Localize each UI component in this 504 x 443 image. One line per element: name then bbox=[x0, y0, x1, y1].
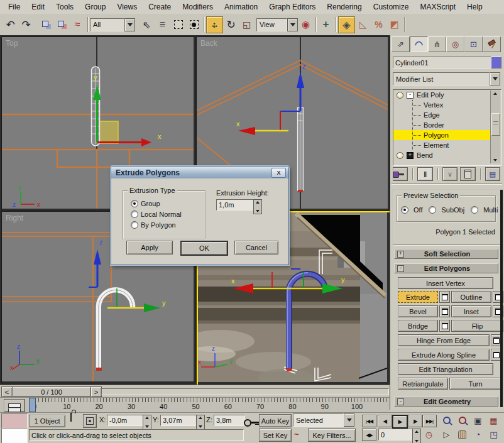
select-object-button[interactable]: ⇖ bbox=[139, 17, 155, 33]
dropdown-arrow-icon[interactable] bbox=[344, 413, 354, 427]
selection-filter-dropdown[interactable]: All bbox=[90, 19, 135, 31]
dropdown-arrow-icon[interactable] bbox=[124, 18, 135, 31]
menu-item-create[interactable]: Create bbox=[143, 1, 177, 13]
menu-item-edit[interactable]: Edit bbox=[26, 1, 50, 13]
show-end-result-button[interactable]: ‖ bbox=[417, 167, 432, 181]
ok-button[interactable]: OK bbox=[180, 241, 228, 256]
selected-objects-count[interactable]: 1 Object bbox=[29, 415, 65, 427]
extrude-button[interactable]: Extrude bbox=[398, 291, 438, 303]
go-to-end-button[interactable]: ▶▶| bbox=[422, 415, 437, 427]
menu-item-graph-editors[interactable]: Graph Editors bbox=[263, 1, 321, 13]
y-coordinate-field[interactable]: 3,07m bbox=[160, 415, 200, 426]
dialog-close-button[interactable]: X bbox=[271, 168, 286, 178]
extrude-along-spline-button[interactable]: Extrude Along Spline bbox=[398, 349, 490, 361]
menu-item-customize[interactable]: Customize bbox=[368, 1, 415, 13]
bridge-settings-button[interactable] bbox=[439, 320, 450, 332]
selection-lock-toggle[interactable] bbox=[70, 413, 72, 421]
spinner-snap-toggle-button[interactable]: ◩ bbox=[386, 17, 402, 33]
set-key-button[interactable]: Set Key bbox=[259, 429, 292, 442]
dropdown-arrow-icon[interactable] bbox=[490, 72, 500, 85]
zoom-extents-button[interactable]: ▣ bbox=[471, 415, 485, 426]
panel-scrollbar[interactable] bbox=[500, 190, 503, 407]
bind-to-space-warp-button[interactable]: ≈ bbox=[70, 17, 85, 33]
pin-stack-button[interactable] bbox=[393, 167, 408, 181]
tab-create[interactable]: ⇗ bbox=[392, 36, 410, 52]
cancel-button[interactable]: Cancel bbox=[234, 241, 278, 254]
select-and-manipulate-button[interactable]: + bbox=[318, 17, 334, 33]
edit-triangulation-button[interactable]: Edit Triangulation bbox=[398, 363, 493, 375]
menu-item-modifiers[interactable]: Modifiers bbox=[177, 1, 219, 13]
bevel-button[interactable]: Bevel bbox=[398, 305, 438, 317]
menu-item-maxscript[interactable]: MAXScript bbox=[414, 1, 461, 13]
tab-display[interactable]: ⊡ bbox=[464, 36, 483, 52]
dialog-title-bar[interactable]: Extrude Polygons X bbox=[111, 167, 288, 178]
hinge-from-edge-button[interactable]: Hinge From Edge bbox=[398, 334, 490, 346]
radio-off[interactable] bbox=[401, 206, 408, 214]
reference-coordinate-dropdown[interactable]: View bbox=[256, 19, 298, 31]
extrusion-height-spinner[interactable] bbox=[253, 199, 262, 214]
stack-item-element[interactable]: Element bbox=[393, 140, 490, 150]
radio-local-normal[interactable] bbox=[131, 211, 138, 218]
tab-motion[interactable]: ◎ bbox=[446, 36, 464, 52]
insert-vertex-button[interactable]: Insert Vertex bbox=[398, 277, 493, 289]
key-mode-toggle[interactable]: ◀▶ bbox=[362, 429, 376, 441]
viewport-top-label[interactable]: Top bbox=[6, 39, 18, 48]
stack-item-border[interactable]: Border bbox=[393, 120, 490, 130]
collapse-minus-icon[interactable]: - bbox=[397, 265, 404, 272]
expand-toggle-icon[interactable]: + bbox=[407, 152, 414, 159]
menu-item-file[interactable]: File bbox=[3, 1, 26, 13]
new-key-default-in-out-tangents[interactable]: ~ bbox=[294, 430, 299, 439]
configure-modifier-sets-button[interactable]: ▤ bbox=[485, 167, 500, 181]
zoom-extents-all-button[interactable]: ▦ bbox=[487, 415, 500, 426]
stack-scrollbar[interactable] bbox=[490, 90, 500, 163]
go-to-start-button[interactable]: |◀◀ bbox=[362, 415, 376, 427]
unlink-selection-button[interactable] bbox=[54, 17, 70, 33]
collapse-minus-icon[interactable]: - bbox=[397, 398, 404, 405]
modifier-list-dropdown[interactable]: Modifier List bbox=[393, 73, 500, 85]
flip-button[interactable]: Flip bbox=[451, 320, 503, 332]
key-selection-dropdown[interactable]: Selected bbox=[293, 414, 354, 426]
stack-item-edit-poly[interactable]: -Edit Poly bbox=[393, 90, 490, 100]
x-coordinate-field[interactable]: -0,0m bbox=[107, 415, 146, 426]
pan-button[interactable] bbox=[456, 429, 469, 440]
scroll-down-icon[interactable] bbox=[493, 159, 497, 161]
x-spinner[interactable] bbox=[143, 415, 151, 430]
undo-button[interactable]: ↶ bbox=[3, 17, 18, 33]
window-crossing-toggle-button[interactable] bbox=[186, 17, 202, 33]
menu-item-animation[interactable]: Animation bbox=[219, 1, 263, 13]
extrude-settings-button[interactable] bbox=[439, 291, 450, 303]
stack-item-edge[interactable]: Edge bbox=[393, 110, 490, 120]
inset-button[interactable]: Inset bbox=[451, 305, 491, 317]
angle-snap-toggle-button[interactable]: ◺ bbox=[355, 17, 371, 33]
next-frame-button[interactable]: |▶ bbox=[408, 415, 422, 427]
tab-modify[interactable]: ◠ bbox=[410, 36, 428, 52]
open-mini-curve-editor-button[interactable] bbox=[4, 399, 25, 412]
stack-item-bend[interactable]: +Bend bbox=[393, 150, 490, 160]
zoom-all-button[interactable] bbox=[456, 415, 469, 426]
radio-by-polygon[interactable] bbox=[131, 221, 138, 229]
expand-plus-icon[interactable]: + bbox=[397, 251, 404, 258]
select-and-move-button[interactable]: ↔↕ bbox=[206, 16, 223, 33]
light-bulb-icon[interactable] bbox=[397, 92, 403, 99]
macro-recorder-pane[interactable] bbox=[1, 413, 28, 429]
retriangulate-button[interactable]: Retriangulate bbox=[398, 378, 448, 390]
extrusion-height-field[interactable]: 1,0m bbox=[216, 199, 256, 211]
bridge-button[interactable]: Bridge bbox=[398, 320, 438, 332]
menu-item-tools[interactable]: Tools bbox=[50, 1, 79, 13]
stack-item-polygon[interactable]: Polygon bbox=[393, 130, 490, 140]
y-spinner[interactable] bbox=[196, 415, 205, 430]
menu-item-group[interactable]: Group bbox=[79, 1, 111, 13]
light-bulb-icon[interactable] bbox=[397, 152, 403, 159]
play-button[interactable]: ▶ bbox=[392, 415, 408, 429]
bevel-settings-button[interactable] bbox=[439, 305, 450, 317]
time-slider-prev-button[interactable]: < bbox=[1, 386, 13, 397]
frame-ruler[interactable]: 0102030405060708090100 bbox=[29, 398, 388, 413]
scrollbar-thumb[interactable] bbox=[491, 113, 500, 136]
listener-pane[interactable] bbox=[1, 429, 28, 443]
auto-key-button[interactable]: Auto Key bbox=[259, 414, 292, 427]
select-by-name-button[interactable]: ≡ bbox=[155, 17, 170, 33]
expand-toggle-icon[interactable]: - bbox=[407, 92, 414, 99]
make-unique-button[interactable]: ∨ bbox=[442, 167, 457, 181]
radio-multi[interactable] bbox=[471, 206, 478, 214]
viewport-right-label[interactable]: Right bbox=[6, 214, 23, 222]
